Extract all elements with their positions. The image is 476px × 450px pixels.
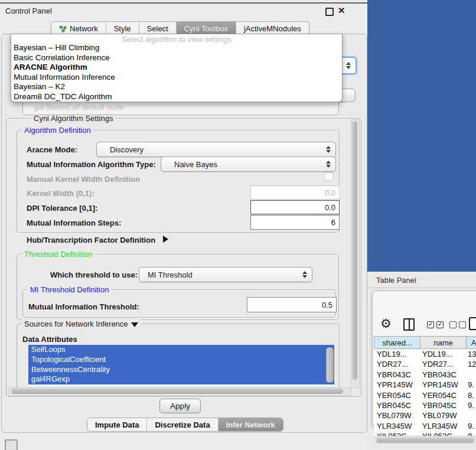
mi-steps-value: 6 [331,218,335,227]
dropdown-item[interactable]: Bayesian – K2 [11,82,342,92]
column-header-shared[interactable]: shared... [374,336,420,349]
dropdown-item[interactable]: Dream8 DC_TDC Algorithm [11,92,342,102]
document-icon[interactable] [469,317,476,330]
table-cell: YBR043C [419,370,465,380]
tab-style[interactable]: Style [106,22,139,35]
kernel-width-value: 0.0 [325,188,335,197]
aracne-mode-combo[interactable]: Discovery [96,142,336,157]
unchecked-columns-icon[interactable] [449,321,466,328]
apply-button-label: Apply [170,402,190,410]
collapse-triangle-icon[interactable] [131,322,138,327]
apply-button[interactable]: Apply [159,399,201,413]
column-header-name[interactable]: name [420,336,467,349]
mi-steps-field[interactable]: 6 [250,215,340,230]
table-row[interactable]: YBR045CYBR045C9. [374,400,476,410]
chevron-updown-icon [326,161,331,168]
dpi-tolerance-field[interactable]: 0.0 [250,200,340,214]
table-cell: 9. [465,421,476,431]
algorithm-dropdown-popup: Select algorithm to view settings Bayesi… [11,34,343,102]
which-threshold-value: MI Threshold [148,270,193,279]
table-horizontal-scrollbar[interactable] [374,436,476,444]
data-attributes-list: SelfLoops TopologicalCoefficient Between… [28,345,334,386]
table-cell: YBR045C [374,400,419,410]
mi-type-combo[interactable]: Naive Bayes [161,156,336,172]
table-row[interactable]: YDL19...YDL19...13 [374,349,476,359]
minimized-panel-icon[interactable] [5,439,18,450]
table-cell: 12 [465,359,476,369]
chevron-updown-icon [302,271,307,278]
algorithm-dropdown-placeholder: Select algorithm to view settings [11,34,342,43]
settings-vertical-scrollbar[interactable] [351,119,360,388]
dropdown-item[interactable]: Mutual Information Inference [11,73,342,83]
table-cell: YDL19... [374,349,419,359]
which-threshold-combo[interactable]: MI Threshold [139,267,312,282]
float-window-icon[interactable] [325,8,334,16]
table-row[interactable]: YPR145WYPR145W9. [374,380,476,390]
table-row[interactable]: YER054CYER054C8. [374,390,476,400]
dropdown-item[interactable]: Bayesian – Hill Climbing [11,43,342,53]
table-row[interactable]: YBL079WYBL079W [374,410,476,420]
tab-select[interactable]: Select [139,22,176,35]
table-cell [465,410,476,420]
list-item[interactable]: SelfLoops [28,345,334,355]
aracne-mode-label: Aracne Mode: [27,145,77,154]
network-tab-icon [59,25,67,32]
tab-discretize-data[interactable]: Discretize Data [146,418,217,431]
table-cell: 13 [465,349,476,359]
dropdown-item[interactable]: Basic Correlation Inference [11,53,342,63]
gear-icon[interactable]: ⚙︎ [380,317,392,330]
list-item[interactable]: gal4RGexp [28,374,334,384]
table-header-row: shared...nameA [374,336,476,349]
table-cell: 8. [465,390,476,400]
tab-impute-data[interactable]: Impute Data [87,418,146,431]
table-cell [465,370,476,380]
list-item[interactable]: TopologicalCoefficient [28,355,334,365]
table-cell: YBL079W [419,410,465,420]
table-cell: YDR27... [374,359,419,369]
tab-cyni-toolbox-label: Cyni Toolbox [184,24,228,33]
dropdown-item-selected[interactable]: ARACNE Algorithm [11,63,342,73]
tab-style-label: Style [114,24,131,33]
mi-steps-label: Mutual Information Steps: [27,219,121,227]
table-cell: YLR345W [374,421,419,431]
expand-triangle-icon[interactable] [163,236,168,243]
tab-jactivemnodules[interactable]: jActiveMNodules [236,22,309,35]
table-row[interactable]: YLR345WYLR345W9. [374,421,476,431]
settings-horizontal-scrollbar[interactable] [8,387,351,396]
table-cell: 9. [465,380,476,390]
table-cell: YPR145W [419,380,465,390]
tab-network[interactable]: Network [51,22,106,35]
mi-threshold-field[interactable]: 0.5 [247,297,337,312]
mi-threshold-label: Mutual Information Threshold: [28,302,139,311]
table-cell: YPR145W [374,380,419,390]
table-panel-bar: Table Panel [367,272,476,288]
close-icon[interactable]: ✕ [338,5,345,16]
table-body: YDL19...YDL19...13YDR27...YDR27...12YBR0… [374,349,476,442]
tab-infer-network-label: Infer Network [226,420,275,429]
node-table: shared...nameA YDL19...YDL19...13YDR27..… [374,336,476,442]
table-cell: YER054C [419,390,465,400]
tab-select-label: Select [147,24,168,33]
manual-kernel-checkbox[interactable] [324,172,334,181]
table-row[interactable]: YBR043CYBR043C [374,370,476,380]
tab-infer-network[interactable]: Infer Network [218,418,283,431]
column-header-a[interactable]: A [467,336,476,349]
chevron-updown-icon [346,62,351,69]
cytoscape-desktop: GAL7GAL80GAL10GAL1GAL11SWI4GAL4GCY1HAP4Y… [367,0,476,272]
checked-columns-icon[interactable]: ✓✓ [427,321,444,328]
table-row[interactable]: YDR27...YDR27...12 [374,359,476,369]
table-hscrollbar-thumb[interactable] [376,438,474,443]
kernel-width-field[interactable]: 0.0 [250,185,340,200]
list-scrollbar-thumb[interactable] [326,347,334,383]
table-cell: 9. [465,400,476,410]
vertical-scrollbar-thumb[interactable] [352,121,357,380]
tab-cyni-toolbox[interactable]: Cyni Toolbox [176,22,236,35]
list-item[interactable]: BetweennessCentrality [28,365,334,375]
dpi-tolerance-label: DPI Tolerance [0,1]: [27,204,97,213]
threshold-definition-title: Threshold Definition [22,250,95,259]
settings-panel-title: Cyni Algorithm Settings [31,114,115,123]
application-root: Control Panel ✕ Network Style Select Cyn… [0,0,476,450]
panel-top-divider [0,2,367,4]
split-view-icon[interactable] [403,318,415,331]
horizontal-scrollbar-thumb[interactable] [11,389,343,394]
